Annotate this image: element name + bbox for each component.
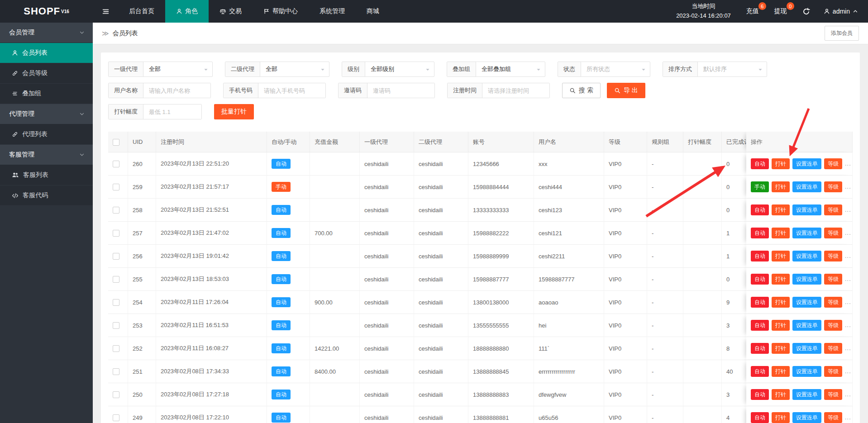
needle-action-button[interactable]: 打针 — [772, 366, 790, 377]
sidebar-item-9[interactable]: 客服代码 — [0, 185, 93, 206]
more-actions-button[interactable]: ... — [845, 160, 851, 167]
auto-action-button[interactable]: 自动 — [751, 204, 769, 215]
nav-item-2[interactable]: 角色 — [165, 0, 209, 23]
withdraw-button[interactable]: 提现 0 — [774, 7, 787, 15]
filter-select-value[interactable]: 全部叠加组 — [476, 62, 545, 76]
row-checkbox[interactable] — [113, 230, 119, 237]
more-actions-button[interactable]: ... — [845, 299, 851, 305]
filter-select-value[interactable]: 全部级别 — [365, 62, 434, 76]
row-checkbox[interactable] — [113, 253, 119, 260]
auto-action-button[interactable]: 自动 — [751, 412, 769, 423]
row-checkbox[interactable] — [113, 299, 119, 306]
auto-action-button[interactable]: 自动 — [751, 297, 769, 308]
filter-input-field[interactable] — [143, 83, 210, 98]
level-action-button[interactable]: 等级 — [824, 251, 842, 261]
chain-order-button[interactable]: 设置连单 — [792, 389, 821, 400]
row-checkbox[interactable] — [113, 207, 119, 214]
level-action-button[interactable]: 等级 — [824, 343, 842, 354]
chain-order-button[interactable]: 设置连单 — [792, 181, 821, 192]
auto-action-button[interactable]: 自动 — [751, 251, 769, 261]
row-checkbox[interactable] — [113, 184, 119, 190]
chain-order-button[interactable]: 设置连单 — [792, 412, 821, 423]
needle-action-button[interactable]: 打针 — [772, 204, 790, 215]
needle-range-field[interactable] — [143, 105, 201, 119]
nav-item-6[interactable]: 商城 — [356, 0, 390, 23]
filter-input-field[interactable] — [258, 83, 325, 98]
auto-action-button[interactable]: 自动 — [751, 274, 769, 285]
filter-select-value[interactable]: 全部 — [260, 62, 329, 76]
manual-action-button[interactable]: 手动 — [751, 181, 769, 192]
filter-select-3[interactable]: 级别全部级别 — [342, 62, 434, 77]
row-checkbox[interactable] — [113, 161, 119, 167]
sidebar-group-1[interactable]: 会员管理 — [0, 23, 93, 43]
chain-order-button[interactable]: 设置连单 — [792, 274, 821, 285]
member-table-wrap[interactable]: UID注册时间自动/手动充值金额一级代理二级代理账号用户名等级规则组打针幅度已完… — [108, 132, 853, 423]
filter-select-2[interactable]: 二级代理全部 — [225, 62, 329, 77]
chain-order-button[interactable]: 设置连单 — [792, 343, 821, 354]
more-actions-button[interactable]: ... — [845, 391, 851, 398]
row-checkbox[interactable] — [113, 322, 119, 329]
more-actions-button[interactable]: ... — [845, 368, 851, 375]
auto-action-button[interactable]: 自动 — [751, 320, 769, 331]
filter-select-value[interactable]: 所有状态 — [581, 62, 650, 76]
auto-action-button[interactable]: 自动 — [751, 343, 769, 354]
needle-action-button[interactable]: 打针 — [772, 228, 790, 238]
nav-item-3[interactable]: 交易 — [209, 0, 253, 23]
needle-action-button[interactable]: 打针 — [772, 320, 790, 331]
sidebar-item-2[interactable]: 会员列表 — [0, 43, 93, 63]
filter-select-value[interactable]: 默认排序 — [698, 62, 767, 76]
sidebar-group-5[interactable]: 代理管理 — [0, 104, 93, 124]
menu-toggle-icon[interactable] — [93, 0, 118, 23]
chain-order-button[interactable]: 设置连单 — [792, 251, 821, 261]
filter-select-value[interactable]: 全部 — [143, 62, 212, 76]
admin-menu[interactable]: admin — [824, 8, 858, 15]
sidebar-item-6[interactable]: 代理列表 — [0, 124, 93, 145]
needle-action-button[interactable]: 打针 — [772, 274, 790, 285]
chain-order-button[interactable]: 设置连单 — [792, 366, 821, 377]
needle-action-button[interactable]: 打针 — [772, 389, 790, 400]
more-actions-button[interactable]: ... — [845, 183, 851, 190]
level-action-button[interactable]: 等级 — [824, 389, 842, 400]
nav-item-5[interactable]: 系统管理 — [309, 0, 356, 23]
level-action-button[interactable]: 等级 — [824, 412, 842, 423]
filter-input-field[interactable] — [482, 83, 549, 98]
nav-item-1[interactable]: 后台首页 — [118, 0, 165, 23]
level-action-button[interactable]: 等级 — [824, 297, 842, 308]
more-actions-button[interactable]: ... — [845, 206, 851, 213]
row-checkbox[interactable] — [113, 276, 119, 283]
filter-input-field[interactable] — [367, 83, 434, 98]
level-action-button[interactable]: 等级 — [824, 366, 842, 377]
select-all-checkbox[interactable] — [113, 139, 119, 146]
chain-order-button[interactable]: 设置连单 — [792, 228, 821, 238]
level-action-button[interactable]: 等级 — [824, 320, 842, 331]
needle-action-button[interactable]: 打针 — [772, 297, 790, 308]
sidebar-item-3[interactable]: 会员等级 — [0, 63, 93, 84]
level-action-button[interactable]: 等级 — [824, 158, 842, 169]
filter-select-1[interactable]: 一级代理全部 — [108, 62, 213, 77]
sidebar-item-8[interactable]: 客服列表 — [0, 165, 93, 185]
row-checkbox[interactable] — [113, 414, 119, 421]
auto-action-button[interactable]: 自动 — [751, 228, 769, 238]
recharge-button[interactable]: 充值 6 — [746, 7, 759, 15]
sidebar-group-7[interactable]: 客服管理 — [0, 145, 93, 165]
auto-action-button[interactable]: 自动 — [751, 158, 769, 169]
level-action-button[interactable]: 等级 — [824, 274, 842, 285]
sidebar-item-4[interactable]: 叠加组 — [0, 84, 93, 104]
filter-select-4[interactable]: 叠加组全部叠加组 — [447, 62, 545, 77]
level-action-button[interactable]: 等级 — [824, 204, 842, 215]
chain-order-button[interactable]: 设置连单 — [792, 204, 821, 215]
auto-action-button[interactable]: 自动 — [751, 389, 769, 400]
chain-order-button[interactable]: 设置连单 — [792, 297, 821, 308]
more-actions-button[interactable]: ... — [845, 414, 851, 421]
chain-order-button[interactable]: 设置连单 — [792, 320, 821, 331]
row-checkbox[interactable] — [113, 391, 119, 398]
row-checkbox[interactable] — [113, 345, 119, 352]
needle-action-button[interactable]: 打针 — [772, 412, 790, 423]
level-action-button[interactable]: 等级 — [824, 228, 842, 238]
needle-action-button[interactable]: 打针 — [772, 181, 790, 192]
nav-item-4[interactable]: 帮助中心 — [253, 0, 309, 23]
more-actions-button[interactable]: ... — [845, 276, 851, 282]
auto-action-button[interactable]: 自动 — [751, 366, 769, 377]
needle-action-button[interactable]: 打针 — [772, 251, 790, 261]
filter-select-6[interactable]: 排序方式默认排序 — [663, 62, 767, 77]
